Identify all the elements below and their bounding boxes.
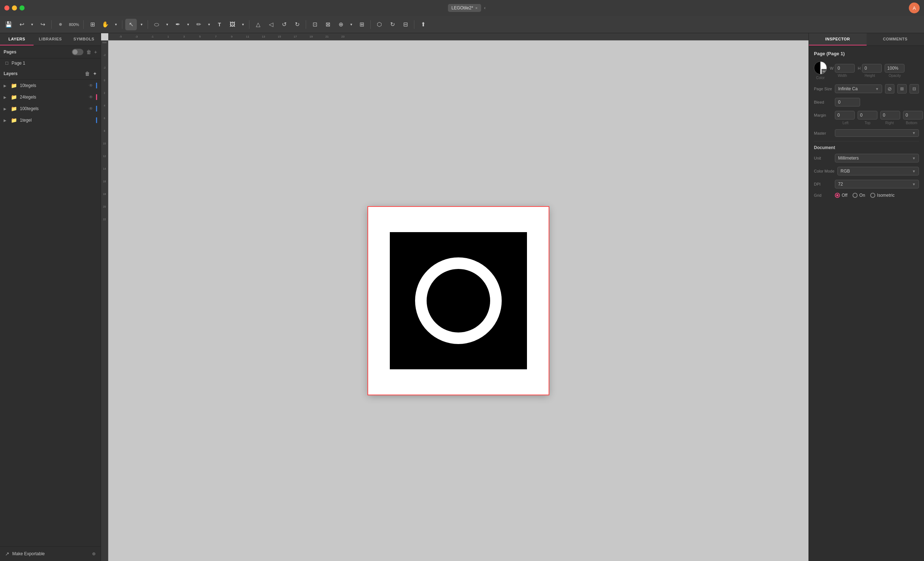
artwork-black-square xyxy=(390,232,527,369)
tab-inspector[interactable]: INSPECTOR xyxy=(809,33,867,45)
add-export-button[interactable]: ⊕ xyxy=(92,551,96,556)
clip-icon[interactable]: ⊟ xyxy=(910,84,919,93)
layer-24tegels-expander[interactable]: ▶ xyxy=(4,95,8,99)
close-button[interactable] xyxy=(4,5,9,10)
bleed-input[interactable] xyxy=(835,98,860,106)
dpi-value: 72 xyxy=(838,182,843,187)
tab-layers[interactable]: LAYERS xyxy=(0,33,34,45)
bleed-row: Bleed xyxy=(814,98,919,106)
master-dropdown[interactable]: ▼ xyxy=(835,129,919,137)
right-panel: INSPECTOR COMMENTS Page (Page 1) ✏ Color… xyxy=(808,33,924,561)
toggle-knob xyxy=(72,50,78,54)
make-exportable[interactable]: ↗ Make Exportable ⊕ xyxy=(0,546,101,561)
user-avatar[interactable]: A xyxy=(909,3,920,14)
save-button[interactable]: 💾 xyxy=(3,19,14,30)
color-swatch[interactable]: ✏ xyxy=(814,62,827,74)
repeat-button[interactable]: ↻ xyxy=(387,19,398,30)
grid-off-option[interactable]: Off xyxy=(835,193,848,198)
pencil-tool-button[interactable]: ✏ xyxy=(193,19,204,30)
symbol-button[interactable]: ⬡ xyxy=(374,19,385,30)
redo-button[interactable]: ↪ xyxy=(37,19,48,30)
grid-on-option[interactable]: On xyxy=(852,193,865,198)
mask-button[interactable]: ⊟ xyxy=(399,19,411,30)
minimize-button[interactable] xyxy=(12,5,17,10)
delete-page-button[interactable]: 🗑 xyxy=(86,49,92,55)
grid-isometric-option[interactable]: Isometric xyxy=(870,193,895,198)
tab-comments[interactable]: COMMENTS xyxy=(867,33,924,45)
fit-page-button[interactable]: ⊞ xyxy=(87,19,98,30)
layer-100tegels-expander[interactable]: ▶ xyxy=(4,107,8,111)
hand-tool-button[interactable]: ✋ xyxy=(100,19,111,30)
tab-symbols[interactable]: SYMBOLS xyxy=(67,33,101,45)
pen-tool-button[interactable]: ✒ xyxy=(172,19,183,30)
window-title[interactable]: LEGOtile2* × xyxy=(448,4,481,12)
layer-100tegels[interactable]: ▶ 📁 100tegels 👁 xyxy=(0,103,101,114)
add-layer-button[interactable]: ✦ xyxy=(93,71,97,76)
arrange-button[interactable]: ⊞ xyxy=(356,19,368,30)
pages-section: Pages 🗑 + xyxy=(0,46,101,58)
undo-dropdown[interactable]: ▼ xyxy=(29,19,35,30)
scale-button[interactable]: ⊠ xyxy=(322,19,333,30)
height-input[interactable] xyxy=(862,64,882,72)
rotate-left-button[interactable]: ↺ xyxy=(278,19,290,30)
undo-button[interactable]: ↩ xyxy=(16,19,27,30)
canvas-area[interactable]: -5 -3 -1 1 3 5 7 9 11 13 15 17 19 21 23 … xyxy=(101,33,808,561)
tab-libraries[interactable]: LIBRARIES xyxy=(34,33,67,45)
flip-h-button[interactable]: ◁ xyxy=(265,19,277,30)
layer-100tegels-visibility[interactable]: 👁 xyxy=(89,106,93,111)
layer-1tegel[interactable]: ▶ 📁 1tegel xyxy=(0,114,101,126)
pages-controls: 🗑 + xyxy=(72,49,97,55)
layer-24tegels[interactable]: ▶ 📁 24tegels 👁 xyxy=(0,92,101,103)
boolean-dropdown[interactable]: ▼ xyxy=(348,19,354,30)
page-size-dropdown[interactable]: Infinite Ca ▼ xyxy=(835,84,882,93)
layer-24tegels-visibility[interactable]: 👁 xyxy=(89,94,93,100)
export-button[interactable]: ⬆ xyxy=(417,19,429,30)
image-tool-button[interactable]: 🖼 xyxy=(226,19,238,30)
toolbar-separator-3 xyxy=(122,20,122,29)
color-mode-dropdown[interactable]: RGB ▼ xyxy=(837,167,919,176)
grid-off-dot xyxy=(836,194,838,196)
layer-1tegel-expander[interactable]: ▶ xyxy=(4,118,8,122)
layer-10tegels-visibility[interactable]: 👁 xyxy=(89,83,93,88)
hand-dropdown[interactable]: ▼ xyxy=(112,19,119,30)
layer-100tegels-color xyxy=(96,106,97,111)
margin-right-input[interactable] xyxy=(880,111,900,120)
delete-layer-button[interactable]: 🗑 xyxy=(85,71,90,76)
select-dropdown[interactable]: ▼ xyxy=(138,19,145,30)
pen-dropdown[interactable]: ▼ xyxy=(185,19,191,30)
grid-on-radio[interactable] xyxy=(852,193,858,198)
flip-v-button[interactable]: △ xyxy=(252,19,264,30)
layer-10tegels-expander[interactable]: ▶ xyxy=(4,84,8,88)
text-tool-button[interactable]: T xyxy=(214,19,225,30)
margin-left-input[interactable] xyxy=(835,111,855,120)
width-input[interactable] xyxy=(835,64,855,72)
image-dropdown[interactable]: ▼ xyxy=(240,19,246,30)
grid-off-radio[interactable] xyxy=(835,193,840,198)
select-tool-button[interactable]: ↖ xyxy=(125,19,137,30)
shape-dropdown[interactable]: ▼ xyxy=(164,19,170,30)
boolean-button[interactable]: ⊕ xyxy=(335,19,346,30)
pages-toggle[interactable] xyxy=(72,49,83,55)
margin-bottom-input[interactable] xyxy=(903,111,923,120)
grid-off-label: Off xyxy=(842,193,848,198)
transform-button[interactable]: ⊡ xyxy=(309,19,321,30)
opacity-input[interactable] xyxy=(885,64,904,72)
master-arrow: ▼ xyxy=(912,131,916,135)
dpi-dropdown[interactable]: 72 ▼ xyxy=(835,180,919,189)
pencil-dropdown[interactable]: ▼ xyxy=(206,19,212,30)
clip-border-icon[interactable]: ⊞ xyxy=(897,84,907,93)
page-1-item[interactable]: ☐ Page 1 xyxy=(0,58,101,68)
add-page-button[interactable]: + xyxy=(94,49,97,55)
rotate-right-button[interactable]: ↻ xyxy=(291,19,303,30)
close-tab-button[interactable]: × xyxy=(476,6,477,10)
unit-dropdown[interactable]: Millimeters ▼ xyxy=(835,154,919,162)
zoom-button[interactable]: ⊕ xyxy=(54,19,66,30)
grid-isometric-radio[interactable] xyxy=(870,193,875,198)
no-clip-icon[interactable]: ⊘ xyxy=(885,84,894,93)
page-1-label: Page 1 xyxy=(12,61,25,66)
margin-top-input[interactable] xyxy=(858,111,878,120)
fullscreen-button[interactable] xyxy=(20,5,24,10)
layer-100tegels-folder-icon: 📁 xyxy=(11,106,17,111)
shape-tool-button[interactable]: ⬭ xyxy=(151,19,162,30)
layer-10tegels[interactable]: ▶ 📁 10tegels 👁 xyxy=(0,80,101,92)
